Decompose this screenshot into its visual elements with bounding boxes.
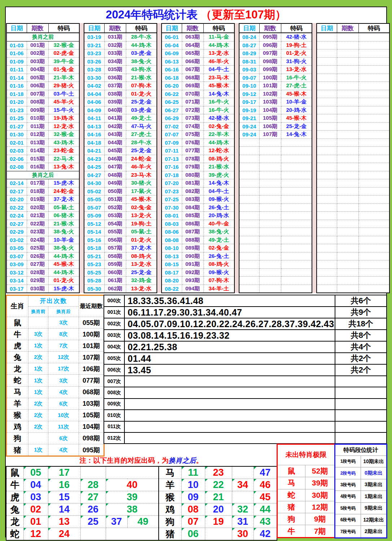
- number-cell: [80, 466, 106, 479]
- grid-row: 06-29073期42-猪-水: [162, 114, 234, 123]
- date-cell: [317, 260, 337, 269]
- period-cell: [337, 220, 358, 228]
- period-cell: 077期: [182, 147, 203, 155]
- grid-row: 05-05051期45-猴-木: [84, 195, 157, 204]
- grid-row: 05-30062期13-龙-水: [84, 285, 157, 293]
- date-cell: [317, 285, 337, 293]
- number-cell: 31: [232, 516, 254, 528]
- period-cell: 097期: [259, 49, 281, 58]
- grid-row: 09-21105期45-猴-木: [239, 114, 312, 123]
- period-cell: [337, 138, 358, 147]
- grid-row: [317, 122, 389, 131]
- grid-row: [317, 268, 389, 277]
- period-cell: 039期: [104, 98, 126, 106]
- code-cell: [281, 244, 312, 252]
- count-after-cell: 7次: [48, 340, 79, 352]
- date-cell: [317, 66, 337, 74]
- period-cell: 040期: [104, 106, 126, 114]
- period-cell: 016期: [27, 163, 48, 171]
- code-cell: 03-虎-金: [126, 49, 157, 58]
- code-cell: 44-鸡-木: [48, 268, 79, 277]
- period-cell: 027期: [27, 260, 48, 269]
- count-before-cell: [28, 317, 48, 329]
- number-cell: [106, 466, 159, 479]
- date-cell: [317, 41, 337, 49]
- date-cell: 03-09: [6, 260, 27, 269]
- period-cell: 028期: [27, 268, 48, 277]
- grid-row: [317, 66, 389, 74]
- number-cell: 21: [205, 491, 232, 503]
- grid-row: 02-03014期23-蛇-金: [6, 147, 79, 155]
- grid-row: [239, 236, 312, 244]
- frequency-count-cell: [335, 410, 387, 421]
- frequency-label-cell: 008次: [104, 387, 124, 398]
- segment-stats-row: 2段号码0期未出: [335, 467, 387, 479]
- date-cell: 01-09: [6, 57, 27, 66]
- code-cell: 37-龙-木: [126, 244, 157, 252]
- count-after-cell: 4次: [48, 444, 79, 456]
- date-cell: 09-17: [239, 98, 259, 106]
- page-title-update: （更新至107期）: [201, 8, 286, 21]
- date-cell: 08-01: [162, 212, 182, 220]
- code-cell: [358, 122, 389, 131]
- code-cell: 23-蛇-金: [48, 147, 79, 155]
- period-cell: 033期: [104, 49, 126, 58]
- code-cell: 26-兔-土: [203, 203, 234, 212]
- code-cell: 15-牛-火: [48, 106, 79, 114]
- period-cell: [337, 155, 358, 163]
- grid-row: [239, 277, 312, 285]
- period-cell: 099期: [259, 66, 281, 74]
- code-cell: 19-狗-土: [281, 41, 312, 49]
- code-cell: 08-鸡-火: [203, 260, 234, 269]
- grid-row: 06-25071期16-牛-火: [162, 98, 234, 106]
- recent-period-cell: 106期: [79, 363, 104, 375]
- results-grid: 日期期数特码换肖之前01-03001期32-猴-金01-06002期02-虎-金…: [6, 23, 386, 293]
- count-after-cell: 3次: [48, 375, 79, 386]
- code-cell: 09-猴-火: [203, 195, 234, 204]
- code-cell: 23-马-木: [203, 74, 234, 82]
- code-cell: 49-龙-土: [203, 236, 234, 244]
- code-cell: 39-牛-金: [48, 57, 79, 66]
- date-cell: 01-27: [6, 122, 27, 131]
- period-cell: 010期: [27, 114, 48, 123]
- number-cell: 23: [205, 466, 232, 479]
- grid-row: 09-10101期27-虎-土: [239, 82, 312, 90]
- segment-label-cell: 2段号码: [335, 467, 361, 479]
- code-cell: 04-牛-土: [203, 66, 234, 74]
- date-cell: 02-27: [6, 220, 27, 228]
- code-cell: 21-猴-水: [48, 220, 79, 228]
- number-cell: 19: [205, 516, 232, 528]
- page-background: 2024年特码统计表（更新至107期） 日期期数特码换肖之前01-03001期3…: [0, 0, 392, 541]
- date-cell: 06-29: [162, 114, 182, 123]
- frequency-label-cell: 004次: [104, 341, 124, 353]
- code-cell: 03-牛-土: [48, 90, 79, 98]
- code-cell: 38-兔-火: [48, 228, 79, 236]
- code-cell: 45-猴-木: [48, 260, 79, 269]
- period-cell: 066期: [182, 57, 203, 66]
- period-cell: 087期: [182, 228, 203, 236]
- missing-zodiac-row: 马39期: [277, 477, 335, 489]
- grid-row: 03-07026期44-鸡-木: [6, 252, 79, 260]
- grid-row: [317, 236, 389, 244]
- period-cell: 104期: [259, 106, 281, 114]
- period-cell: 072期: [182, 106, 203, 114]
- count-before-cell: 1次: [28, 444, 48, 456]
- code-cell: 06-猪-木: [48, 212, 79, 220]
- zodiac-cell: 牛: [6, 479, 23, 491]
- count-after-cell: 12次: [48, 352, 79, 363]
- code-cell: 11-马-金: [203, 33, 234, 41]
- segment-label-cell: 7段号码: [335, 526, 361, 538]
- grid-row: 01-23009期15-牛-火: [6, 106, 79, 114]
- period-cell: [259, 228, 281, 236]
- date-cell: 05-07: [84, 203, 104, 212]
- grid-row: [239, 147, 312, 155]
- code-cell: [358, 236, 389, 244]
- period-cell: [337, 236, 358, 244]
- code-cell: 44-鸡-木: [126, 41, 157, 49]
- date-cell: 04-13: [84, 122, 104, 131]
- period-cell: 059期: [104, 260, 126, 269]
- grid-row: 09-12102期45-猴-木: [239, 90, 312, 98]
- date-cell: 01-11: [6, 66, 27, 74]
- count-after-cell: 4次: [48, 386, 79, 398]
- code-cell: [281, 187, 312, 195]
